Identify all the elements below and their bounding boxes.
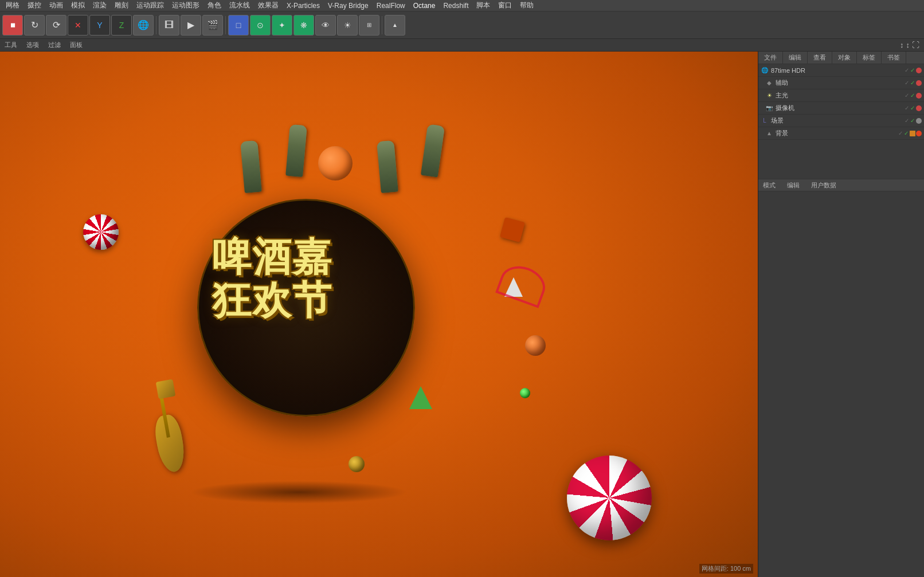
sep1	[156, 16, 156, 34]
obj-name-light: 主光	[776, 91, 902, 100]
sec-panel[interactable]: 面板	[68, 40, 85, 50]
menu-vray-bridge[interactable]: V-Ray Bridge	[324, 1, 372, 11]
attr-tab-mode[interactable]: 模式	[761, 180, 778, 191]
menu-character[interactable]: 角色	[204, 0, 225, 11]
obj-controls-light: ✓ ✓	[905, 92, 922, 99]
object-manager-tabs: 文件 编辑 查看 对象 标签 书签	[758, 52, 924, 64]
viewport[interactable]: 啤酒嘉 狂欢节 网格间距: 100 cm	[0, 52, 758, 577]
toolbar-grid[interactable]: ⊞	[359, 15, 379, 36]
attr-tab-edit[interactable]: 编辑	[785, 180, 802, 191]
dot-scene	[916, 118, 922, 124]
right-panel: 文件 编辑 查看 对象 标签 书签 🌐 87time HDR ✓ ✓ ◆	[758, 52, 924, 577]
toolbar-mode-x[interactable]: ✕	[68, 15, 88, 36]
sec-tool[interactable]: 工具	[2, 40, 19, 50]
toolbar-play[interactable]: ▶	[181, 15, 201, 36]
toolbar-mode-y[interactable]: Y	[89, 15, 110, 36]
obj-row-bg[interactable]: ▲ 背景 ✓ ✓	[758, 127, 924, 140]
obj-controls-scene: ✓ ✓	[905, 117, 922, 124]
menu-help[interactable]: 帮助	[516, 0, 537, 11]
tab-bookmark[interactable]: 书签	[882, 52, 906, 64]
menu-motion-tracking[interactable]: 运动跟踪	[133, 0, 167, 11]
obj-controls-camera: ✓ ✓	[905, 105, 922, 111]
menu-effectors[interactable]: 效果器	[255, 0, 282, 11]
toolbar-camera[interactable]: 👁	[315, 15, 336, 36]
toolbar-nurbs[interactable]: ⊙	[250, 15, 271, 36]
obj-controls-bg: ✓ ✓	[898, 130, 922, 136]
menu-bar: 网格 摄控 动画 模拟 渲染 雕刻 运动跟踪 运动图形 角色 流水线 效果器 X…	[0, 0, 924, 11]
candy-decoration	[495, 260, 550, 308]
obj-icon-hdr: 🌐	[761, 66, 769, 74]
sphere-orange-floating	[318, 146, 353, 180]
obj-row-scene[interactable]: L 场景 ✓ ✓	[758, 115, 924, 127]
obj-icon-aux: ◆	[765, 79, 773, 87]
obj-name-scene: 场景	[771, 116, 902, 125]
obj-icon-scene: L	[761, 117, 769, 125]
menu-render[interactable]: 渲染	[89, 0, 110, 11]
obj-name-hdr: 87time HDR	[771, 67, 902, 74]
zoom-icon[interactable]: ↕	[906, 41, 910, 49]
bottle-3	[377, 140, 398, 193]
obj-row-light[interactable]: ☀ 主光 ✓ ✓	[758, 89, 924, 102]
menu-animate[interactable]: 动画	[46, 0, 66, 11]
tab-object[interactable]: 对象	[832, 52, 857, 64]
viewport-nav-icons: ↕ ↕ ⛶	[898, 40, 922, 50]
menu-script[interactable]: 脚本	[473, 0, 494, 11]
tab-tag[interactable]: 标签	[857, 52, 882, 64]
toolbar-light[interactable]: ☀	[337, 15, 358, 36]
move-icon[interactable]: ↕	[900, 41, 904, 49]
toolbar-coord[interactable]: 🌐	[133, 15, 154, 36]
menu-network[interactable]: 网格	[2, 0, 23, 11]
toolbar-cube[interactable]: □	[228, 15, 249, 36]
secondary-toolbar: 工具 选项 过滤 面板 ↕ ↕ ⛶	[0, 39, 924, 52]
sep3	[382, 16, 382, 34]
sec-filter[interactable]: 过滤	[46, 40, 63, 50]
menu-realflow[interactable]: RealFlow	[373, 1, 409, 11]
tab-edit[interactable]: 编辑	[783, 52, 808, 64]
sep2	[225, 16, 226, 34]
fullscreen-icon[interactable]: ⛶	[912, 41, 919, 49]
obj-row-hdr[interactable]: 🌐 87time HDR ✓ ✓	[758, 64, 924, 77]
attr-content	[758, 191, 924, 577]
menu-xparticles[interactable]: X-Particles	[283, 1, 323, 11]
dot-hdr	[916, 68, 922, 73]
swatch-bg-2	[916, 131, 922, 136]
tab-view[interactable]: 查看	[808, 52, 832, 64]
toolbar-record[interactable]: 🎞	[159, 15, 179, 36]
obj-icon-bg: ▲	[765, 129, 773, 138]
menu-window[interactable]: 窗口	[495, 0, 515, 11]
menu-motion-graphics[interactable]: 运动图形	[169, 0, 203, 11]
toolbar-terrain[interactable]: ▲	[385, 15, 405, 36]
sec-options[interactable]: 选项	[24, 40, 41, 50]
attr-tab-userdata[interactable]: 用户数据	[809, 180, 839, 191]
scene-title: 啤酒嘉 狂欢节	[212, 235, 332, 321]
obj-icon-camera: 📷	[765, 104, 773, 112]
toolbar-deform[interactable]: ❋	[293, 15, 314, 36]
bottle-1	[240, 140, 262, 193]
obj-row-camera[interactable]: 📷 摄像机 ✓ ✓	[758, 102, 924, 115]
obj-name-bg: 背景	[776, 129, 896, 138]
menu-octane[interactable]: Octane	[410, 1, 439, 11]
toolbar-mode-poly[interactable]: ↻	[24, 15, 45, 36]
menu-simulate[interactable]: 模拟	[68, 0, 88, 11]
cone-green	[409, 386, 432, 409]
toolbar-mode-z[interactable]: Z	[111, 15, 132, 36]
toolbar-mode-obj[interactable]: ◼	[2, 15, 23, 36]
menu-sculpt[interactable]: 雕刻	[111, 0, 132, 11]
toolbar-gen[interactable]: ✦	[272, 15, 292, 36]
toolbar-mode-edge[interactable]: ⟳	[46, 15, 66, 36]
dot-camera	[916, 105, 922, 111]
sphere-green-small	[520, 388, 530, 398]
sphere-gold	[349, 456, 365, 472]
menu-capture[interactable]: 摄控	[24, 0, 45, 11]
menu-redshift[interactable]: Redshift	[440, 1, 472, 11]
toolbar-render[interactable]: 🎬	[202, 15, 223, 36]
menu-pipeline[interactable]: 流水线	[226, 0, 253, 11]
sphere-orange-small	[525, 335, 546, 356]
tab-file[interactable]: 文件	[758, 52, 783, 64]
sphere-striped-small	[83, 214, 119, 250]
ground-shadow	[190, 481, 408, 504]
guitar	[151, 380, 197, 472]
bottle-2	[285, 124, 307, 177]
obj-row-aux[interactable]: ◆ 辅助 ✓ ✓	[758, 77, 924, 89]
dot-light	[916, 93, 922, 99]
